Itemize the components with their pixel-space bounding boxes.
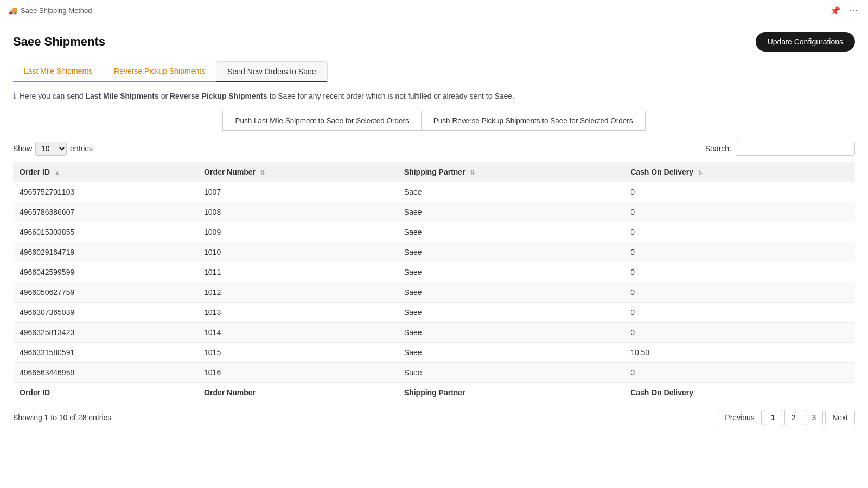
- tab-reverse-pickup-shipments[interactable]: Reverse Pickup Shipments: [103, 61, 216, 82]
- cell-order-number: 1009: [197, 222, 398, 242]
- cell-shipping-partner: Saee: [398, 262, 624, 282]
- cell-order-number: 1008: [197, 202, 398, 222]
- tab-send-new-orders[interactable]: Send New Orders to Saee: [216, 61, 327, 82]
- info-bar: ℹ Here you can send Last Mile Shipments …: [13, 91, 855, 101]
- table-row: 4966307365039 1013 Saee 0: [13, 303, 855, 323]
- show-entries: Show 10 25 50 100 entries: [13, 142, 93, 156]
- sort-order-number-icon: ⇅: [260, 169, 265, 176]
- sort-order-id-icon: ▲: [54, 169, 60, 176]
- tabs-container: Last Mile Shipments Reverse Pickup Shipm…: [13, 61, 855, 82]
- pagination-page-1[interactable]: 1: [764, 410, 782, 425]
- cell-order-id: 4966563446959: [13, 363, 197, 383]
- col-order-number[interactable]: Order Number ⇅: [197, 162, 398, 182]
- search-bar: Search:: [705, 142, 855, 156]
- entries-select[interactable]: 10 25 50 100: [35, 142, 67, 156]
- table-controls: Show 10 25 50 100 entries Search:: [13, 142, 855, 156]
- pagination-row: Showing 1 to 10 of 28 entries Previous 1…: [13, 410, 855, 425]
- cell-shipping-partner: Saee: [398, 182, 624, 202]
- cell-order-number: 1016: [197, 363, 398, 383]
- cell-order-number: 1010: [197, 242, 398, 262]
- cell-order-id: 4966325813423: [13, 323, 197, 343]
- app-name: Saee Shipping Method: [21, 7, 92, 15]
- pagination: Previous 1 2 3 Next: [718, 410, 855, 425]
- top-bar: 🚚 Saee Shipping Method 📌 ⋯: [0, 0, 868, 21]
- push-reverse-pickup-button[interactable]: Push Reverse Pickup Shipments to Saee fo…: [421, 111, 646, 131]
- cell-order-number: 1007: [197, 182, 398, 202]
- top-bar-right: 📌 ⋯: [830, 4, 859, 16]
- cell-cash-on-delivery: 0: [624, 222, 855, 242]
- sort-shipping-partner-icon: ⇅: [470, 169, 475, 176]
- orders-table: Order ID ▲ Order Number ⇅ Shipping Partn…: [13, 162, 855, 402]
- col-cash-on-delivery[interactable]: Cash On Delivery ⇅: [624, 162, 855, 182]
- cell-shipping-partner: Saee: [398, 323, 624, 343]
- table-row: 4965786386607 1008 Saee 0: [13, 202, 855, 222]
- cell-cash-on-delivery: 0: [624, 262, 855, 282]
- page-title: Saee Shipments: [13, 35, 105, 49]
- cell-cash-on-delivery: 0: [624, 182, 855, 202]
- table-row: 4966331580591 1015 Saee 10.50: [13, 343, 855, 363]
- footer-cash-on-delivery: Cash On Delivery: [624, 383, 855, 403]
- more-icon[interactable]: ⋯: [848, 4, 859, 16]
- cell-order-id: 4966331580591: [13, 343, 197, 363]
- table-row: 4966015303855 1009 Saee 0: [13, 222, 855, 242]
- cell-cash-on-delivery: 0: [624, 242, 855, 262]
- push-last-mile-button[interactable]: Push Last Mile Shipment to Saee for Sele…: [222, 111, 420, 131]
- info-text: Here you can send Last Mile Shipments or…: [20, 92, 514, 100]
- cell-order-id: 4966307365039: [13, 303, 197, 323]
- cell-order-number: 1015: [197, 343, 398, 363]
- entries-label: entries: [70, 144, 93, 153]
- cell-cash-on-delivery: 0: [624, 202, 855, 222]
- footer-shipping-partner: Shipping Partner: [398, 383, 624, 403]
- cell-cash-on-delivery: 0: [624, 323, 855, 343]
- cell-cash-on-delivery: 0: [624, 282, 855, 303]
- cell-order-number: 1011: [197, 262, 398, 282]
- truck-icon: 🚚: [9, 7, 17, 15]
- search-label: Search:: [705, 144, 731, 153]
- col-order-id[interactable]: Order ID ▲: [13, 162, 197, 182]
- cell-shipping-partner: Saee: [398, 202, 624, 222]
- top-bar-left: 🚚 Saee Shipping Method: [9, 7, 92, 15]
- footer-order-id: Order ID: [13, 383, 197, 403]
- table-row: 4966325813423 1014 Saee 0: [13, 323, 855, 343]
- show-label: Show: [13, 144, 32, 153]
- cell-cash-on-delivery: 0: [624, 303, 855, 323]
- cell-order-id: 4965752701103: [13, 182, 197, 202]
- pagination-next[interactable]: Next: [825, 410, 855, 425]
- table-header: Order ID ▲ Order Number ⇅ Shipping Partn…: [13, 162, 855, 182]
- cell-order-id: 4966042599599: [13, 262, 197, 282]
- cell-shipping-partner: Saee: [398, 343, 624, 363]
- page-header: Saee Shipments Update Configurations: [13, 32, 855, 52]
- info-icon: ℹ: [13, 91, 16, 101]
- cell-order-id: 4966015303855: [13, 222, 197, 242]
- table-footer: Order ID Order Number Shipping Partner C…: [13, 383, 855, 403]
- table-row: 4965752701103 1007 Saee 0: [13, 182, 855, 202]
- cell-order-number: 1012: [197, 282, 398, 303]
- cell-shipping-partner: Saee: [398, 222, 624, 242]
- update-configurations-button[interactable]: Update Configurations: [756, 32, 855, 52]
- pagination-summary: Showing 1 to 10 of 28 entries: [13, 413, 111, 422]
- table-row: 4966029164719 1010 Saee 0: [13, 242, 855, 262]
- col-shipping-partner[interactable]: Shipping Partner ⇅: [398, 162, 624, 182]
- pagination-page-2[interactable]: 2: [784, 410, 803, 425]
- table-row: 4966042599599 1011 Saee 0: [13, 262, 855, 282]
- table-row: 4966050627759 1012 Saee 0: [13, 282, 855, 303]
- cell-order-id: 4966029164719: [13, 242, 197, 262]
- cell-cash-on-delivery: 0: [624, 363, 855, 383]
- pin-icon[interactable]: 📌: [830, 5, 841, 16]
- tab-last-mile-shipments[interactable]: Last Mile Shipments: [13, 61, 103, 82]
- table-row: 4966563446959 1016 Saee 0: [13, 363, 855, 383]
- cell-shipping-partner: Saee: [398, 363, 624, 383]
- pagination-page-3[interactable]: 3: [805, 410, 823, 425]
- search-input[interactable]: [736, 142, 855, 156]
- cell-cash-on-delivery: 10.50: [624, 343, 855, 363]
- cell-shipping-partner: Saee: [398, 282, 624, 303]
- cell-order-number: 1013: [197, 303, 398, 323]
- table-body: 4965752701103 1007 Saee 0 4965786386607 …: [13, 182, 855, 383]
- main-content: Saee Shipments Update Configurations Las…: [0, 21, 868, 436]
- footer-order-number: Order Number: [197, 383, 398, 403]
- sort-cod-icon: ⇅: [698, 169, 703, 176]
- action-buttons: Push Last Mile Shipment to Saee for Sele…: [13, 111, 855, 131]
- cell-order-id: 4965786386607: [13, 202, 197, 222]
- cell-order-id: 4966050627759: [13, 282, 197, 303]
- pagination-previous[interactable]: Previous: [718, 410, 761, 425]
